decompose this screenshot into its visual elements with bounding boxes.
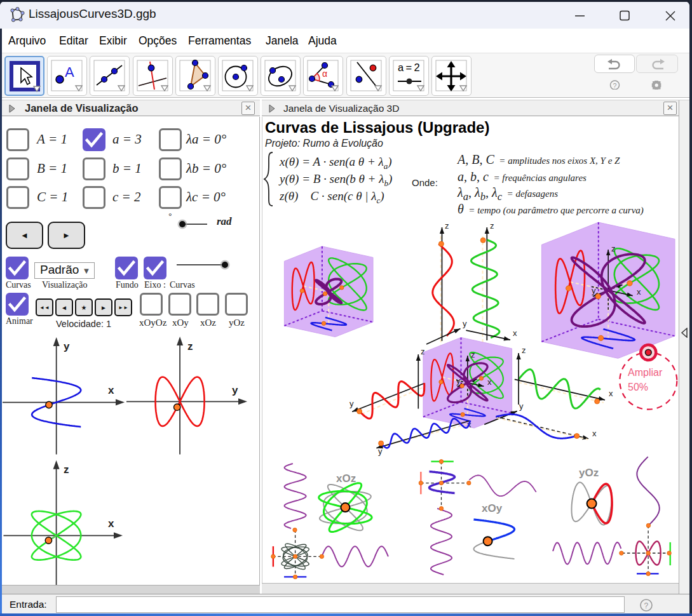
svg-text:z: z: [471, 350, 475, 359]
svg-text:x: x: [108, 384, 114, 396]
svg-text:z: z: [187, 340, 193, 352]
svg-text:xOz: xOz: [336, 472, 356, 485]
svg-text:z: z: [490, 221, 494, 231]
svg-text:xOy: xOy: [482, 502, 503, 514]
svg-text:x: x: [637, 287, 641, 297]
svg-text:z: z: [445, 221, 449, 231]
svg-text:y: y: [378, 446, 383, 456]
svg-text:z: z: [421, 347, 425, 356]
svg-text:z: z: [64, 464, 69, 476]
svg-text:y: y: [349, 399, 354, 408]
svg-text:x: x: [592, 429, 597, 438]
svg-text:Ampliar: Ampliar: [628, 367, 663, 378]
svg-text:x: x: [609, 389, 613, 398]
svg-text:y: y: [519, 401, 524, 411]
svg-text:y: y: [232, 384, 238, 396]
svg-text:y: y: [463, 319, 467, 328]
svg-text:y: y: [64, 340, 70, 352]
svg-text:?: ?: [644, 601, 649, 610]
svg-text:x: x: [487, 377, 492, 387]
svg-text:A: A: [65, 64, 74, 80]
svg-text:z: z: [611, 244, 616, 253]
svg-text:50%: 50%: [628, 382, 648, 392]
svg-text:?: ?: [613, 82, 617, 90]
svg-text:x: x: [513, 328, 517, 338]
svg-text:z: z: [522, 345, 526, 355]
svg-text:a = 2: a = 2: [398, 62, 420, 73]
svg-text:x: x: [108, 518, 114, 530]
svg-text:α: α: [322, 69, 327, 79]
svg-text:yOz: yOz: [579, 467, 599, 479]
svg-text:y: y: [592, 286, 596, 295]
